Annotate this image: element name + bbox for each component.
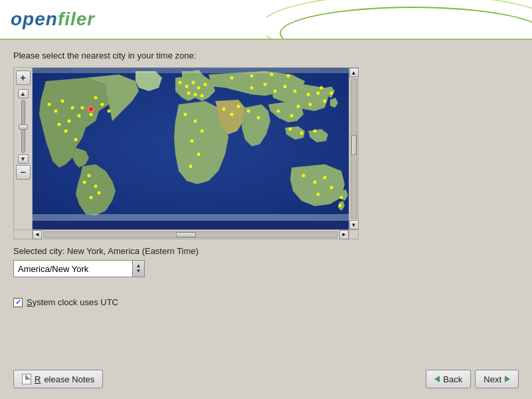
back-icon — [434, 376, 440, 382]
document-icon — [22, 374, 31, 384]
svg-point-39 — [264, 83, 267, 86]
utc-label: System clock uses UTC — [27, 297, 118, 307]
logo: openfiler — [11, 9, 95, 30]
horizontal-scrollbar[interactable]: ◄ ► — [13, 230, 359, 239]
timezone-select[interactable]: America/New York America/Los_Angeles Ame… — [13, 260, 133, 277]
svg-point-43 — [307, 93, 310, 96]
navigation-buttons: Back Next — [426, 370, 519, 388]
next-icon — [505, 376, 510, 382]
svg-point-16 — [88, 174, 91, 178]
svg-point-60 — [287, 74, 290, 78]
timezone-dropdown-container: America/New York America/Los_Angeles Ame… — [13, 260, 519, 277]
back-label: Back — [443, 374, 462, 384]
svg-point-14 — [64, 130, 68, 133]
svg-point-6 — [58, 123, 61, 126]
svg-point-23 — [192, 81, 195, 84]
svg-point-7 — [94, 96, 98, 100]
svg-point-38 — [250, 86, 254, 90]
svg-point-28 — [201, 94, 204, 98]
svg-point-56 — [313, 130, 317, 133]
scroll-spacer — [14, 230, 33, 239]
map-container: + ▲ ▼ − — [13, 67, 359, 230]
svg-point-10 — [90, 113, 93, 116]
zoom-slider[interactable]: ▲ ▼ — [18, 89, 29, 164]
svg-point-18 — [90, 196, 93, 200]
svg-point-44 — [317, 92, 320, 95]
svg-point-45 — [323, 100, 327, 103]
svg-point-32 — [191, 140, 194, 143]
svg-point-54 — [289, 128, 292, 131]
svg-point-13 — [48, 103, 51, 106]
scroll-thumb-vertical[interactable] — [351, 135, 357, 155]
zoom-up-small[interactable]: ▲ — [18, 89, 29, 98]
zoom-thumb[interactable] — [19, 124, 28, 130]
svg-point-12 — [54, 110, 58, 113]
back-button[interactable]: Back — [426, 370, 471, 388]
scroll-track-horizontal[interactable] — [43, 231, 338, 238]
svg-point-19 — [98, 192, 101, 195]
scroll-right-arrow[interactable]: ► — [339, 230, 349, 239]
svg-point-9 — [108, 110, 111, 113]
zoom-track — [21, 100, 25, 153]
svg-point-33 — [197, 153, 201, 156]
svg-point-29 — [184, 113, 187, 116]
svg-point-8 — [101, 103, 104, 106]
svg-point-49 — [290, 114, 294, 118]
release-notes-label: R — [35, 374, 41, 384]
svg-point-27 — [194, 93, 197, 96]
release-notes-button[interactable]: Release Notes — [13, 370, 103, 388]
svg-point-65 — [317, 193, 320, 196]
svg-point-30 — [194, 120, 197, 123]
svg-point-64 — [330, 186, 333, 190]
svg-point-46 — [247, 110, 250, 113]
scroll-left-arrow[interactable]: ◄ — [33, 230, 42, 239]
svg-point-59 — [270, 73, 274, 76]
svg-point-67 — [339, 204, 342, 207]
scroll-thumb-horizontal[interactable] — [176, 232, 196, 237]
utc-checkbox[interactable]: ✓ — [13, 298, 23, 307]
svg-point-4 — [78, 114, 81, 118]
svg-point-21 — [179, 81, 182, 84]
svg-point-63 — [323, 176, 327, 180]
zoom-in-button[interactable]: + — [16, 70, 31, 85]
scroll-track-vertical[interactable] — [351, 78, 357, 219]
svg-point-62 — [313, 181, 317, 184]
svg-point-22 — [185, 85, 189, 88]
svg-point-52 — [320, 86, 323, 90]
svg-point-61 — [302, 174, 306, 178]
svg-point-41 — [284, 85, 287, 88]
svg-point-5 — [68, 120, 71, 123]
svg-point-31 — [201, 130, 204, 133]
vertical-scrollbar[interactable]: ▲ ▼ — [349, 68, 358, 229]
svg-point-58 — [250, 74, 254, 78]
svg-point-51 — [309, 103, 312, 106]
scroll-up-arrow[interactable]: ▲ — [349, 68, 359, 77]
bottom-bar: Release Notes Back Next — [0, 370, 532, 388]
svg-point-36 — [230, 113, 234, 116]
header-decoration — [266, 0, 532, 40]
svg-point-11 — [81, 106, 84, 110]
svg-point-68 — [88, 106, 94, 112]
svg-point-42 — [294, 90, 297, 93]
svg-point-24 — [197, 86, 201, 90]
svg-point-40 — [274, 90, 277, 93]
selected-city-label: Selected city: New York, America (Easter… — [13, 246, 519, 256]
svg-point-20 — [83, 181, 86, 184]
svg-point-53 — [330, 92, 333, 95]
svg-point-26 — [187, 92, 191, 95]
svg-point-35 — [222, 108, 226, 111]
zoom-out-button[interactable]: − — [16, 165, 31, 180]
svg-point-47 — [257, 116, 260, 120]
svg-point-37 — [237, 105, 240, 108]
release-notes-text: elease Notes — [44, 374, 94, 384]
map-viewport[interactable] — [33, 68, 349, 229]
utc-row: ✓ System clock uses UTC — [13, 297, 519, 307]
scroll-down-arrow[interactable]: ▼ — [349, 220, 359, 229]
select-arrows[interactable]: ▲ ▼ — [133, 260, 145, 277]
zoom-down-small[interactable]: ▼ — [18, 154, 29, 164]
next-label: Next — [484, 374, 501, 384]
header: openfiler — [0, 0, 532, 40]
next-button[interactable]: Next — [475, 370, 519, 388]
svg-point-50 — [297, 105, 300, 108]
map-zoom-controls: + ▲ ▼ − — [14, 68, 33, 229]
